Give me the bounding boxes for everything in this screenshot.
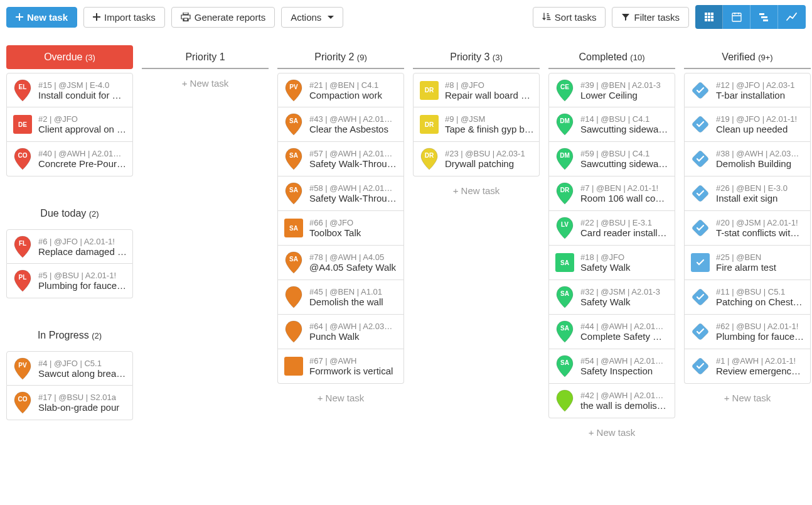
column-header: Overdue (3) (6, 45, 133, 69)
task-card[interactable]: #19 | @JFO | A2.01-1! Clean up needed (684, 107, 811, 142)
task-meta: #78 | @AWH | A4.05 (309, 253, 398, 262)
sort-tasks-button[interactable]: Sort tasks (533, 7, 606, 28)
task-title: Safety Walk-Throu… (309, 193, 398, 204)
task-card[interactable]: LV #22 | @BSU | E-3.1 Card reader instal… (548, 211, 675, 246)
view-chart-button[interactable] (778, 5, 806, 29)
task-card[interactable]: SA #32 | @JSM | A2.01-3 Safety Walk (548, 280, 675, 315)
pin-marker-icon: PV (284, 79, 303, 102)
calendar-icon (732, 12, 742, 22)
task-title: Safety Inspection (580, 366, 670, 376)
task-card[interactable]: DM #14 | @BSU | C4.1 Sawcutting sidewa… (548, 107, 675, 142)
new-task-inline[interactable]: + New task (413, 176, 540, 205)
subgroup-count: (2) (92, 331, 102, 340)
task-title: Punch Walk (309, 331, 398, 342)
view-grid-button[interactable] (695, 5, 723, 29)
actions-dropdown[interactable]: Actions (281, 7, 343, 28)
task-card[interactable]: CO #17 | @BSU | S2.01a Slab-on-grade pou… (6, 386, 133, 420)
task-title: Sawcutting sidewa… (580, 124, 670, 134)
task-title: Demolish the wall (309, 296, 398, 307)
svg-rect-6 (705, 19, 707, 21)
task-card[interactable]: #45 | @BEN | A1.01 Demolish the wall (277, 280, 404, 315)
task-card[interactable]: #26 | @BEN | E-3.0 Install exit sign (684, 176, 811, 211)
task-card[interactable]: #25 | @BEN Fire alarm test (684, 246, 811, 280)
task-card[interactable]: DR #8 | @JFO Repair wall board … (413, 73, 540, 107)
square-marker-icon (284, 357, 303, 376)
task-card[interactable]: SA #43 | @AWH | A2.01… Clear the Asbesto… (277, 107, 404, 142)
task-title: Safety Walk (580, 262, 670, 273)
task-title: Formwork is vertical (309, 366, 398, 376)
filter-tasks-button[interactable]: Filter tasks (612, 7, 689, 28)
task-card[interactable]: #20 | @JSM | A2.01-1! T-stat conflicts w… (684, 211, 811, 246)
column-header: Priority 2 (9) (277, 45, 404, 69)
diamond-marker-icon (690, 286, 711, 308)
plus-icon (93, 13, 100, 21)
new-task-inline[interactable]: + New task (548, 418, 675, 447)
task-card[interactable]: SA #54 | @AWH | A2.01… Safety Inspection (548, 349, 675, 384)
task-card[interactable]: DR #23 | @BSU | A2.03-1 Drywall patching (413, 142, 540, 176)
plus-icon (16, 13, 23, 21)
task-title: Client approval on … (38, 124, 127, 134)
task-card[interactable]: #12 | @JFO | A2.03-1 T-bar installation (684, 73, 811, 107)
task-title: Compaction work (309, 90, 398, 100)
task-title: Lower Ceiling (580, 90, 670, 100)
task-title: Sawcutting sidewa… (580, 158, 670, 169)
new-task-label: New task (27, 12, 68, 23)
task-card[interactable]: CE #39 | @BEN | A2.01-3 Lower Ceiling (548, 73, 675, 107)
pin-marker-icon: EL (13, 79, 32, 102)
task-meta: #39 | @BEN | A2.01-3 (580, 80, 670, 90)
task-card[interactable]: SA #18 | @JFO Safety Walk (548, 246, 675, 280)
task-card[interactable]: DM #59 | @BSU | C4.1 Sawcutting sidewa… (548, 142, 675, 176)
pin-marker-icon: SA (284, 251, 303, 274)
view-gantt-button[interactable] (751, 5, 778, 29)
new-task-inline[interactable]: + New task (684, 384, 811, 412)
column-title: Verified (722, 52, 755, 62)
task-card[interactable]: #62 | @BSU | A2.01-1! Plumbing for fauce… (684, 315, 811, 349)
import-tasks-button[interactable]: Import tasks (83, 7, 165, 28)
new-task-inline[interactable]: + New task (142, 69, 269, 97)
new-task-inline[interactable]: + New task (277, 384, 404, 412)
task-card[interactable]: SA #66 | @JFO Toolbox Talk (277, 211, 404, 246)
task-meta: #64 | @AWH | A2.03… (309, 322, 398, 331)
view-calendar-button[interactable] (723, 5, 751, 29)
task-card[interactable]: PL #5 | @BSU | A2.01-1! Plumbing for fau… (6, 264, 133, 298)
task-card[interactable]: DE #2 | @JFO Client approval on … (6, 107, 133, 142)
task-meta: #38 | @AWH | A2.03… (716, 149, 805, 158)
task-card[interactable]: SA #57 | @AWH | A2.01… Safety Walk-Throu… (277, 142, 404, 176)
task-card[interactable]: SA #78 | @AWH | A4.05 @A4.05 Safety Walk (277, 246, 404, 280)
pin-marker-icon (555, 389, 574, 413)
task-card[interactable]: #64 | @AWH | A2.03… Punch Walk (277, 315, 404, 349)
task-title: Fire alarm test (716, 262, 805, 273)
task-card[interactable]: #1 | @AWH | A2.01-1! Review emergency… (684, 349, 811, 384)
task-title: Repair wall board … (445, 90, 534, 100)
svg-rect-10 (759, 13, 764, 15)
diamond-marker-icon (690, 183, 711, 204)
task-card[interactable]: PV #4 | @JFO | C5.1 Sawcut along brea… (6, 351, 133, 386)
pin-marker-icon: SA (555, 320, 574, 344)
task-title: the wall is demolis… (580, 400, 670, 411)
new-task-button[interactable]: New task (6, 7, 77, 28)
task-meta: #6 | @JFO | A2.01-1! (38, 237, 127, 246)
task-meta: #66 | @JFO (309, 218, 398, 227)
task-card[interactable]: DR #7 | @BEN | A2.01-1! Room 106 wall co… (548, 176, 675, 211)
task-meta: #25 | @BEN (716, 253, 805, 262)
task-card[interactable]: #11 | @BSU | C5.1 Patching on Chest… (684, 280, 811, 315)
task-card[interactable]: PV #21 | @BEN | C4.1 Compaction work (277, 73, 404, 107)
task-card[interactable]: FL #6 | @JFO | A2.01-1! Replace damaged … (6, 229, 133, 264)
svg-rect-12 (763, 19, 768, 21)
pin-marker-icon: SA (284, 147, 303, 171)
task-title: Clean up needed (716, 124, 805, 134)
generate-reports-button[interactable]: Generate reports (171, 7, 275, 28)
task-meta: #32 | @JSM | A2.01-3 (580, 287, 670, 296)
task-card[interactable]: SA #44 | @AWH | A2.01… Complete Safety … (548, 315, 675, 349)
actions-label: Actions (291, 12, 321, 23)
task-card[interactable]: #42 | @AWH | A2.01… the wall is demolis… (548, 384, 675, 418)
task-card[interactable]: DR #9 | @JSM Tape & finish gyp b… (413, 107, 540, 142)
column-header: Completed (10) (548, 45, 675, 69)
sort-icon (542, 13, 551, 21)
task-card[interactable]: #38 | @AWH | A2.03… Demolish Building (684, 142, 811, 176)
task-card[interactable]: EL #15 | @JSM | E-4.0 Install conduit fo… (6, 73, 133, 107)
task-card[interactable]: SA #58 | @AWH | A2.01… Safety Walk-Throu… (277, 176, 404, 211)
task-card[interactable]: CO #40 | @AWH | A2.01… Concrete Pre-Pour… (6, 142, 133, 176)
task-card[interactable]: #67 | @AWH Formwork is vertical (277, 349, 404, 384)
svg-rect-0 (705, 13, 707, 15)
